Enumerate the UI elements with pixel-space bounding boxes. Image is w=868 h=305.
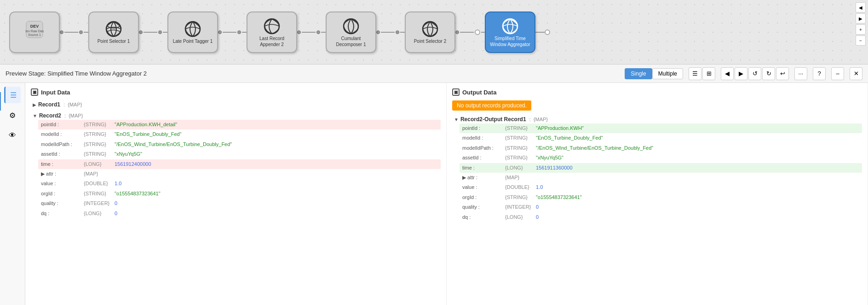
connector-line <box>460 32 474 33</box>
node-late-point-tagger-label: Late Point Tagger 1 <box>171 38 215 44</box>
field-time-input: time : {LONG} 1561912400000 <box>38 159 441 169</box>
input-header-icon: ▣ <box>31 88 38 96</box>
output-header-icon: ▣ <box>452 88 460 96</box>
node-last-record-appender[interactable]: Last RecordAppender 2 <box>247 12 297 53</box>
connector-dot <box>218 30 222 34</box>
sidebar-settings-icon[interactable]: ⚙ <box>4 107 21 123</box>
node-cumulant-decomposer-box[interactable]: CumulantDecomposer 1 <box>326 12 376 53</box>
connector-2 <box>139 30 167 34</box>
view-toggle-group: ☰ ⊞ <box>689 67 715 80</box>
record2-type: : {MAP} <box>63 113 83 118</box>
grid-view-button[interactable]: ⊞ <box>702 67 715 80</box>
preview-title: Preview Stage: Simplified Time Window Ag… <box>6 70 619 77</box>
zoom-out-button[interactable]: − <box>856 35 866 46</box>
field-attr-input: ▶ attr : {MAP} <box>38 169 441 179</box>
svg-text:Source 1: Source 1 <box>28 33 41 36</box>
cumulant-decomposer-icon <box>342 17 360 35</box>
simplified-time-icon <box>501 17 519 35</box>
output-record1-name: Record2-Output Record1 <box>460 116 526 123</box>
node-point-selector-2-box[interactable]: Point Selector 2 <box>405 12 455 53</box>
minimize-button[interactable]: – <box>831 67 844 80</box>
connector-line <box>223 32 236 33</box>
node-dev-box[interactable]: DEV Dev Raw Data Source 1 <box>9 12 60 53</box>
svg-text:DEV: DEV <box>30 24 39 29</box>
field-orgId-input: orgId : {STRING} "o15554837323641" <box>38 189 441 199</box>
zoom-in-button[interactable]: + <box>856 24 866 35</box>
close-button[interactable]: ✕ <box>850 67 862 80</box>
field-attr-output: ▶ attr : {MAP} <box>460 173 862 182</box>
no-output-badge: No output records produced. <box>452 100 531 111</box>
record2-fields: pointId : {STRING} "APProduction.KWH_det… <box>31 120 441 218</box>
field-quality-input: quality : {INTEGER} 0 <box>38 199 441 208</box>
record2-name: Record2 <box>39 112 61 119</box>
node-point-selector-1[interactable]: Point Selector 1 <box>88 12 139 53</box>
connector-dot <box>158 30 162 34</box>
node-point-selector-1-label: Point Selector 1 <box>96 38 132 44</box>
field-assetId-input: assetId : {STRING} "xNyuYq5G" <box>38 149 441 159</box>
field-quality-output: quality : {INTEGER} 0 <box>460 202 862 212</box>
connector-6 <box>455 29 485 35</box>
record2-triangle: ▼ <box>33 113 37 118</box>
node-simplified-time-box[interactable]: Simplified TimeWindow Aggregator <box>485 12 535 53</box>
prev-button[interactable]: ◀ <box>721 67 734 80</box>
data-panels: ▣ Input Data ▶ Record1 : {MAP} ▼ Record2… <box>25 83 868 305</box>
help-button[interactable]: ? <box>813 67 826 80</box>
output-record1-header[interactable]: ▼ Record2-Output Record1 : {MAP} <box>452 115 862 123</box>
connector-line <box>163 32 167 33</box>
field-value-input: value : {DOUBLE} 1.0 <box>38 179 441 188</box>
connector-dot <box>316 30 320 34</box>
pipeline-nodes: DEV Dev Raw Data Source 1 <box>0 0 868 64</box>
list-view-button[interactable]: ☰ <box>689 67 701 80</box>
record1-triangle: ▶ <box>33 102 36 107</box>
nav-right-button[interactable]: ▶ <box>856 13 866 23</box>
undo-button[interactable]: ↩ <box>776 67 789 80</box>
single-button[interactable]: Single <box>625 68 652 79</box>
nav-up-button[interactable]: ◀ <box>856 2 866 12</box>
multiple-button[interactable]: Multiple <box>652 68 683 79</box>
connector-line <box>400 32 405 33</box>
connector-line <box>84 32 88 33</box>
connector-line <box>144 32 157 33</box>
next-button[interactable]: ▶ <box>735 67 747 80</box>
refresh2-button[interactable]: ↻ <box>762 67 775 80</box>
node-point-selector-1-box[interactable]: Point Selector 1 <box>88 12 139 53</box>
connector-5 <box>376 30 405 34</box>
node-last-record-appender-box[interactable]: Last RecordAppender 2 <box>247 12 297 53</box>
dev-icon: DEV Dev Raw Data Source 1 <box>25 20 44 42</box>
record1-header[interactable]: ▶ Record1 : {MAP} <box>31 100 441 109</box>
field-value-output: value : {DOUBLE} 1.0 <box>460 182 862 192</box>
record1-type: : {MAP} <box>62 102 82 107</box>
left-sidebar: ☰ ⚙ 👁 <box>0 83 25 305</box>
output-panel: ▣ Output Data No output records produced… <box>447 83 868 305</box>
node-dev[interactable]: DEV Dev Raw Data Source 1 <box>9 12 60 53</box>
field-time-output: time : {LONG} 1561911360000 <box>460 163 862 173</box>
top-right-nav: ◀ ▶ + − <box>856 2 866 46</box>
field-modelIdPath-input: modelIdPath : {STRING} "/EnOS_Wind_Turbi… <box>38 140 441 149</box>
sidebar-list-icon[interactable]: ☰ <box>4 87 21 103</box>
connector-line <box>242 32 247 33</box>
node-point-selector-2[interactable]: Point Selector 2 <box>405 12 455 53</box>
more-button[interactable]: ··· <box>794 67 807 80</box>
field-pointId-output: pointId : {STRING} "APProduction.KWH" <box>460 123 862 133</box>
refresh-button[interactable]: ↺ <box>748 67 761 80</box>
record2-header[interactable]: ▼ Record2 : {MAP} <box>31 111 441 120</box>
record1-name: Record1 <box>38 101 60 108</box>
connector-dot <box>376 30 380 34</box>
connector-line <box>381 32 395 33</box>
output-record1-fields: pointId : {STRING} "APProduction.KWH" mo… <box>452 123 862 222</box>
node-cumulant-decomposer[interactable]: CumulantDecomposer 1 <box>326 12 376 53</box>
field-assetId-output: assetId : {STRING} "xNyuYq5G" <box>460 153 862 163</box>
node-simplified-time[interactable]: Simplified TimeWindow Aggregator <box>485 12 535 53</box>
connector-line <box>302 32 316 33</box>
record1-item: ▶ Record1 : {MAP} <box>31 100 441 109</box>
node-simplified-time-label: Simplified TimeWindow Aggregator <box>488 35 532 47</box>
node-late-point-tagger-box[interactable]: Late Point Tagger 1 <box>167 12 218 53</box>
node-point-selector-2-label: Point Selector 2 <box>412 38 448 44</box>
node-late-point-tagger[interactable]: Late Point Tagger 1 <box>167 12 218 53</box>
end-connector <box>535 29 550 35</box>
late-point-tagger-icon <box>184 20 202 38</box>
navigation-group: ◀ ▶ ↺ ↻ ↩ <box>721 67 789 80</box>
field-pointId-input: pointId : {STRING} "APProduction.KWH_det… <box>38 120 441 129</box>
point-selector-1-icon <box>104 20 123 38</box>
sidebar-eye-icon[interactable]: 👁 <box>4 127 21 144</box>
